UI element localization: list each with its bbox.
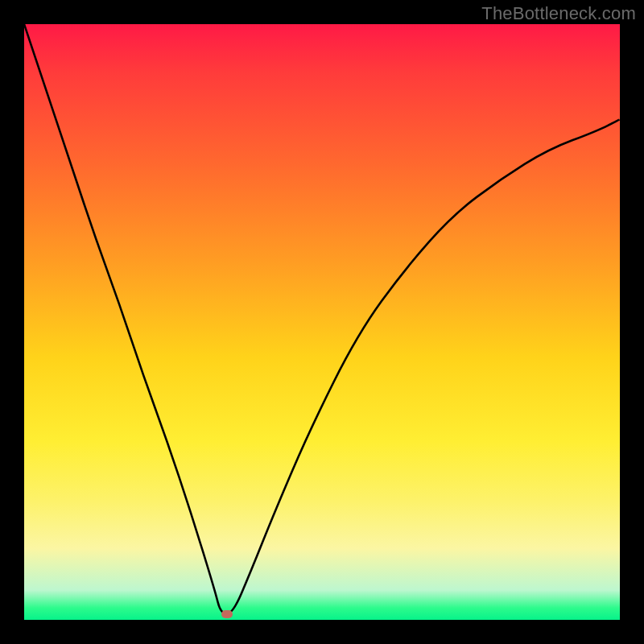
watermark-text: TheBottleneck.com [481, 3, 636, 24]
plot-area [24, 24, 620, 620]
bottleneck-curve [24, 24, 620, 620]
curve-line [24, 24, 620, 614]
minimum-marker [221, 610, 233, 618]
chart-stage: TheBottleneck.com [0, 0, 644, 644]
